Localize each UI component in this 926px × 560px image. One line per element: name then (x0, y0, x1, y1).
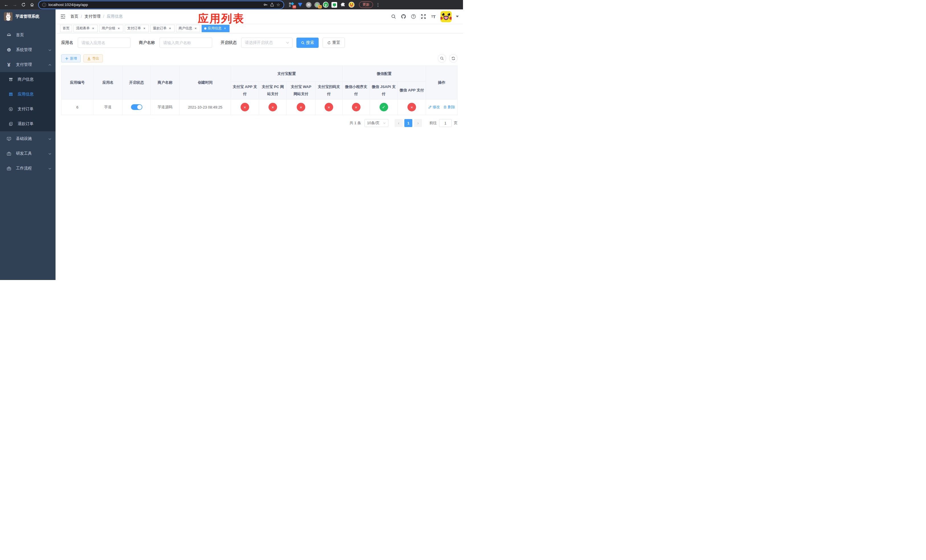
download-icon (87, 57, 91, 61)
cell-alipay-qr: × (316, 100, 342, 115)
status-cross-icon: × (407, 103, 416, 111)
cell-alipay-wap: × (287, 100, 316, 115)
forward-icon[interactable]: → (11, 2, 18, 8)
tab-process-form[interactable]: 流程表单 (73, 25, 98, 32)
breadcrumb-home[interactable]: 首页 (70, 14, 78, 19)
sidebar-item-devtools[interactable]: 研发工具 (0, 146, 56, 161)
sidebar-item-label: 工作流程 (16, 166, 48, 171)
fullscreen-icon[interactable] (421, 14, 426, 20)
close-icon[interactable] (223, 26, 227, 30)
dashboard-icon (6, 33, 12, 38)
search-button[interactable]: 搜索 (297, 38, 319, 48)
sidebar-item-pay[interactable]: ¥ 支付管理 (0, 57, 56, 72)
extensions-puzzle-icon[interactable] (340, 2, 346, 8)
col-header-alipay-app: 支付宝 APP 支付 (231, 82, 259, 100)
sidebar-item-merchant-info[interactable]: 商户信息 (0, 72, 56, 87)
reload-icon[interactable] (20, 2, 27, 8)
extension-badge: 1 (318, 5, 322, 9)
hamburger-icon[interactable] (60, 14, 66, 20)
col-header-created: 创建时间 (180, 66, 231, 100)
col-header-wechat-app: 微信 APP 支付 (398, 82, 426, 100)
status-select[interactable]: 请选择开启状态 (241, 38, 292, 48)
avatar[interactable] (440, 11, 452, 22)
close-icon[interactable] (194, 26, 198, 30)
font-size-icon[interactable]: TT (431, 14, 436, 20)
cell-wechat-app: × (398, 100, 426, 115)
tab-user-group[interactable]: 用户分组 (99, 25, 123, 32)
home-icon[interactable] (29, 2, 35, 8)
goto-page-input[interactable] (439, 119, 452, 127)
col-header-app-id: 应用编号 (62, 66, 94, 100)
table-row: 6 芋道 芋道源码 2021-10-23 08:49:25 × × × × × … (62, 100, 458, 115)
yudao-extension-icon[interactable]: y (323, 2, 328, 8)
close-icon[interactable] (142, 26, 146, 30)
breadcrumb-pay[interactable]: 支付管理 (85, 14, 100, 19)
url-text[interactable]: localhost:1024/pay/app (48, 3, 261, 7)
tab-label: 商户信息 (179, 26, 192, 31)
grid-extension-icon[interactable]: 10 (289, 2, 294, 8)
close-icon[interactable] (91, 26, 95, 30)
tab-merchant-info[interactable]: 商户信息 (176, 25, 200, 32)
sidebar-item-label: 退款订单 (18, 121, 33, 127)
merchant-name-input[interactable] (159, 38, 212, 48)
export-button[interactable]: 导出 (83, 54, 103, 62)
chevron-down-icon (48, 166, 51, 170)
tab-pay-order[interactable]: 支付订单 (125, 25, 149, 32)
address-bar[interactable]: i localhost:1024/pay/app (39, 1, 284, 9)
chevron-down-icon (48, 48, 51, 51)
sidebar-item-refund-order[interactable]: 退款订单 (0, 117, 56, 131)
tab-home[interactable]: 首页 (60, 25, 72, 32)
key-icon[interactable] (263, 3, 268, 7)
delete-button[interactable]: 删除 (443, 104, 455, 110)
chevron-down-icon (48, 152, 51, 155)
github-icon[interactable] (401, 14, 406, 20)
camera-extension-icon[interactable]: 1 (314, 2, 320, 8)
gem-extension-icon[interactable] (297, 2, 303, 8)
more-menu-icon[interactable] (376, 2, 380, 8)
add-button[interactable]: 新增 (61, 54, 80, 62)
app-name-input[interactable] (78, 38, 130, 48)
sidebar-item-home[interactable]: 首页 (0, 28, 56, 42)
sidebar-item-infra[interactable]: 基础设施 (0, 131, 56, 146)
browser-update-button[interactable]: 更新 (359, 2, 373, 8)
next-page-button[interactable] (414, 119, 422, 127)
col-header-alipay-qr: 支付宝扫码支付 (316, 82, 342, 100)
chevron-down-icon (383, 122, 386, 124)
app-title: 芋道管理系统 (15, 14, 39, 19)
tab-label: 支付订单 (127, 26, 141, 31)
sidebar-item-pay-order[interactable]: 支付订单 (0, 102, 56, 117)
col-header-actions: 操作 (426, 66, 458, 100)
help-icon[interactable] (411, 14, 416, 20)
sidebar-logo[interactable]: 芋道管理系统 (0, 9, 56, 24)
refresh-button[interactable] (449, 54, 458, 63)
reset-button[interactable]: 重置 (322, 38, 345, 48)
close-icon[interactable] (168, 26, 172, 30)
share-icon[interactable] (270, 3, 274, 7)
bookmark-star-icon[interactable] (277, 2, 280, 8)
close-icon[interactable] (117, 26, 121, 30)
monitor-icon (6, 136, 12, 141)
page-number-button[interactable]: 1 (404, 119, 412, 127)
profile-avatar[interactable] (348, 2, 354, 8)
cell-wechat-jsapi: ✓ (370, 100, 398, 115)
search-icon[interactable] (391, 14, 396, 20)
sidebar-item-system[interactable]: 系统管理 (0, 42, 56, 57)
command-extension-icon[interactable] (306, 2, 312, 8)
tab-refund-order[interactable]: 退款订单 (150, 25, 174, 32)
prev-page-button[interactable] (395, 119, 402, 127)
extensions-zone: 10 1 y (289, 2, 354, 8)
edit-button[interactable]: 修改 (428, 104, 440, 110)
chat-extension-icon[interactable] (331, 2, 337, 8)
info-icon[interactable]: i (42, 3, 46, 7)
status-toggle[interactable] (131, 104, 142, 110)
page-size-select[interactable]: 10条/页 (365, 119, 388, 127)
sidebar-item-workflow[interactable]: 工作流程 (0, 161, 56, 176)
toggle-search-button[interactable] (438, 54, 446, 63)
caret-down-icon[interactable] (456, 16, 459, 17)
breadcrumb-separator (103, 14, 104, 19)
table-toolbar: 新增 导出 (61, 54, 458, 63)
yen-icon: ¥ (6, 62, 12, 68)
sidebar-item-app-info[interactable]: 应用信息 (0, 87, 56, 102)
tab-app-info[interactable]: 应用信息 (201, 25, 230, 32)
back-icon[interactable]: ← (3, 2, 10, 8)
